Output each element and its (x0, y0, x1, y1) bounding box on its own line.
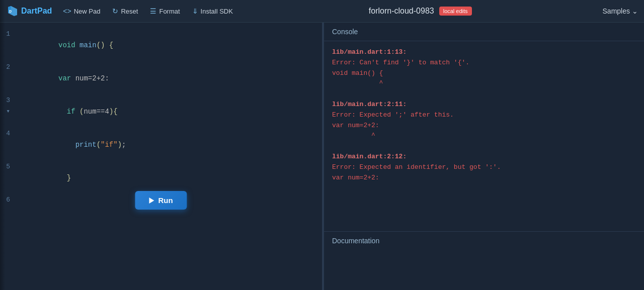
error-location-3: lib/main.dart:2:12: (332, 152, 636, 162)
line-number-3: 3 ▾ (0, 95, 14, 117)
line-content-4: print("if"); (14, 128, 126, 161)
new-pad-label: New Pad (74, 8, 101, 15)
toolbar-center: forlorn-cloud-0983 local edits (240, 7, 601, 16)
error-block-1: lib/main.dart:1:13: Error: Can't find '}… (332, 47, 636, 89)
run-label: Run (158, 196, 173, 205)
doc-label: Documentation (332, 237, 636, 245)
error-snippet-3: var num=2+2: (332, 173, 636, 183)
samples-chevron-icon: ⌄ (632, 7, 638, 15)
error-message-1: Error: Can't find '}' to match '{'. (332, 58, 636, 68)
download-icon: ⇓ (192, 7, 198, 15)
editor-panel: 1 void main() { 2 var num=2+2: 3 ▾ if (n… (0, 23, 322, 290)
svg-text:D: D (9, 10, 12, 13)
line-content-5: } (14, 161, 71, 195)
line-content-2: var num=2+2: (14, 62, 109, 95)
output-panel: Console lib/main.dart:1:13: Error: Can't… (324, 23, 644, 290)
code-line-2: 2 var num=2+2: (0, 62, 322, 95)
samples-dropdown[interactable]: Samples ⌄ (603, 7, 638, 15)
reset-icon: ↻ (112, 7, 118, 15)
dartpad-logo: D DartPad (6, 5, 52, 17)
console-output[interactable]: lib/main.dart:1:13: Error: Can't find '}… (324, 41, 644, 231)
error-message-2: Error: Expected ';' after this. (332, 110, 636, 121)
line-content-6 (14, 195, 20, 206)
console-label: Console (332, 28, 358, 36)
format-label: Format (159, 8, 180, 15)
reset-button[interactable]: ↻ Reset (107, 4, 143, 18)
code-line-3: 3 ▾ if (num==4){ (0, 95, 322, 128)
error-block-2: lib/main.dart:2:11: Error: Expected ';' … (332, 100, 636, 141)
error-block-3: lib/main.dart:2:12: Error: Expected an i… (332, 152, 636, 183)
main-content: 1 void main() { 2 var num=2+2: 3 ▾ if (n… (0, 23, 644, 290)
pad-name: forlorn-cloud-0983 (369, 7, 434, 16)
line-number-6: 6 (0, 195, 14, 206)
error-snippet-2: var num=2+2: (332, 121, 636, 131)
line-number-2: 2 (0, 62, 14, 73)
error-snippet-1: void main() { (332, 68, 636, 79)
code-line-4: 4 print("if"); (0, 128, 322, 161)
dart-logo-icon: D (6, 5, 18, 17)
toolbar: D DartPad <> New Pad ↻ Reset ☰ Format ⇓ … (0, 0, 644, 23)
code-line-1: 1 void main() { (0, 29, 322, 62)
samples-label: Samples (603, 7, 630, 15)
doc-content (332, 245, 636, 285)
format-button[interactable]: ☰ Format (145, 4, 185, 18)
error-indicator-2: ^ (332, 131, 636, 141)
format-icon: ☰ (150, 7, 156, 15)
run-button[interactable]: Run (135, 191, 187, 210)
code-line-5: 5 } (0, 161, 322, 195)
new-pad-icon: <> (63, 7, 71, 15)
app-name: DartPad (21, 7, 52, 16)
error-location-1: lib/main.dart:1:13: (332, 47, 636, 58)
code-editor[interactable]: 1 void main() { 2 var num=2+2: 3 ▾ if (n… (0, 23, 322, 290)
local-edits-badge: local edits (439, 7, 472, 16)
line-number-4: 4 (0, 128, 14, 139)
error-indicator-1: ^ (332, 78, 636, 89)
line-number-5: 5 (0, 161, 14, 172)
console-header: Console (324, 23, 644, 41)
line-number-1: 1 (0, 29, 14, 40)
reset-label: Reset (121, 8, 138, 15)
install-sdk-label: Install SDK (201, 8, 233, 15)
documentation-section: Documentation (324, 231, 644, 290)
run-button-container: Run (135, 191, 187, 210)
install-sdk-button[interactable]: ⇓ Install SDK (187, 4, 238, 18)
play-icon (149, 198, 154, 204)
new-pad-button[interactable]: <> New Pad (58, 4, 105, 18)
error-message-3: Error: Expected an identifier, but got '… (332, 162, 636, 173)
line-content-1: void main() { (14, 29, 113, 62)
line-content-3: if (num==4){ (14, 95, 118, 128)
error-location-2: lib/main.dart:2:11: (332, 100, 636, 110)
